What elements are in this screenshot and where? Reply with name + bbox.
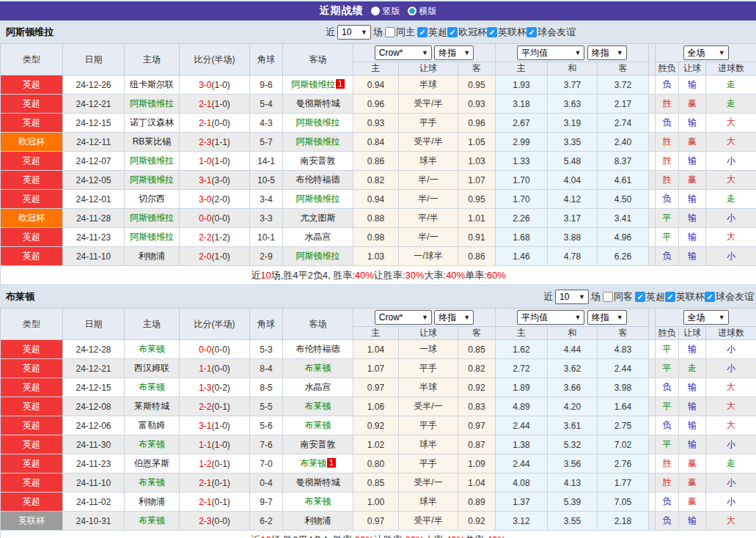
col-header-crown-handicap: 让球 [399,62,458,75]
summary-segment: 30% [405,534,424,538]
crown-away-odds: 0.97 [458,416,496,435]
average-odds-select[interactable]: 平均值▼ [517,310,584,325]
result-goals: 小 [706,209,756,228]
crown-handicap-line: 半/一 [399,228,458,247]
corners-cell: 9-7 [250,493,283,512]
score-cell: 1-3(0-2) [180,378,250,397]
league-checkbox[interactable]: ✓英超 [635,290,665,303]
recent-count-select[interactable]: 10 ▼ [337,25,371,40]
match-scope-select[interactable]: 全场▼ [683,310,729,325]
crown-handicap-line: 受半/一 [399,473,458,493]
bookmaker-select[interactable]: Crow*▼ [375,310,432,325]
team-label: 纽卡斯尔联 [130,79,174,89]
away-team: 阿斯顿维拉 [283,247,353,266]
team-label: 阿斯顿维拉 [130,213,174,223]
match-row: 英超24-12-01切尔西3-0(2-0)3-4阿斯顿维拉0.94半/一0.95… [1,190,756,209]
away-team: 布伦特福德 [283,340,353,359]
crown-home-odds: 0.86 [353,152,399,171]
recent-count-select[interactable]: 10 ▼ [555,290,589,304]
match-row: 英超24-11-23阿斯顿维拉2-2(1-2)10-1水晶宫0.98半/一0.9… [1,228,756,247]
same-venue-checkbox[interactable]: 同客 [603,290,633,303]
avg-away-odds: 3.98 [598,378,649,397]
matches-label: 场 [591,290,601,303]
team-label: 阿斯顿维拉 [296,251,340,261]
home-team: 阿斯顿维拉 [125,171,180,190]
checkbox-icon: ✓ [665,292,675,302]
league-checkbox[interactable]: ✓球会友谊 [705,290,754,303]
crown-away-odds: 0.93 [458,95,496,114]
recent-results-page: 近期战绩 竖版 横版 阿斯顿维拉 近 10 ▼ 场 同主 ✓英超✓欧冠杯✓英联杯… [0,0,756,538]
league-checkbox[interactable]: ✓英超 [417,26,447,39]
halftime-score: (1-0) [212,421,230,431]
chevron-down-icon: ▼ [574,314,581,321]
result-goals: 大 [706,378,756,397]
fulltime-score: 2-1 [199,118,211,128]
fulltime-score: 1-3 [199,383,211,393]
radio-label: 横版 [419,5,437,18]
result-winloss: 胜 [656,95,679,114]
crown-home-odds: 0.92 [353,416,399,435]
home-team: 利物浦 [125,493,180,512]
fulltime-score: 2-3 [199,516,211,526]
handicap-time-select[interactable]: 终指▼ [434,45,474,60]
bookmaker-select[interactable]: Crow*▼ [375,45,432,60]
summary-segment: 20% [355,534,374,538]
match-row: 英超24-12-15诺丁汉森林2-1(0-0)4-3阿斯顿维拉0.93平手0.9… [1,114,756,133]
league-checkbox[interactable]: ✓英联杯 [487,26,526,39]
crown-away-odds: 1.03 [458,152,496,171]
layout-option-horizontal[interactable]: 横版 [408,5,437,18]
summary-segment: 大率: [425,269,447,282]
crown-away-odds: 0.96 [458,114,496,133]
avg-draw-odds: 3.88 [548,228,598,247]
checkbox-label: 欧冠杯 [458,26,487,39]
corners-cell: 7-0 [250,454,283,473]
league-checkbox[interactable]: ✓欧冠杯 [447,26,487,39]
chevron-down-icon: ▼ [719,49,725,56]
avg-home-odds: 1.46 [496,247,548,266]
fulltime-score: 1-2 [199,459,211,469]
odds-time-select[interactable]: 终指▼ [587,310,627,325]
checkbox-label: 英超 [428,26,447,39]
fulltime-score: 3-0 [199,194,211,204]
matches-label: 场 [373,26,383,39]
away-team: 利物浦 [283,512,353,531]
crown-home-odds: 1.07 [353,359,399,378]
away-team: 阿斯顿维拉 [283,190,353,209]
handicap-time-select[interactable]: 终指▼ [434,310,474,325]
crown-away-odds: 0.95 [458,75,496,95]
crown-home-odds: 1.04 [353,340,399,359]
average-odds-select[interactable]: 平均值▼ [517,45,584,60]
col-header-handicap-result: 让球 [679,62,706,75]
match-date: 24-11-10 [63,473,125,493]
team-label: 阿斯顿维拉 [296,136,340,147]
layout-option-vertical[interactable]: 竖版 [371,5,400,18]
crown-handicap-line: 平手 [399,416,458,435]
result-handicap: 赢 [679,95,706,114]
summary-segment: 40% [355,270,374,281]
avg-away-odds: 3.72 [598,75,649,95]
score-cell: 2-1(0-1) [180,473,250,493]
match-scope-select[interactable]: 全场▼ [683,45,729,60]
league-checkbox[interactable]: ✓英联杯 [665,290,705,303]
score-cell: 2-1(0-0) [180,114,250,133]
home-team: 伯恩茅斯 [125,454,180,473]
results-table: 类型 日期 主场 比分(半场) 角球 客场 Crow*▼ 终指▼ 平均值▼ 终指… [0,308,756,538]
avg-draw-odds: 3.55 [548,512,598,531]
corners-cell: 5-6 [250,416,283,435]
summary-segment: 单率: [465,534,487,538]
odds-time-select[interactable]: 终指▼ [587,45,627,60]
crown-away-odds: 1.04 [458,473,496,493]
crown-home-odds: 1.06 [353,397,399,416]
chevron-down-icon: ▼ [422,49,428,56]
chevron-down-icon: ▼ [719,314,725,321]
crown-handicap-line: 平/半 [399,209,458,228]
crown-home-odds: 0.94 [353,75,399,95]
result-winloss: 胜 [656,171,679,190]
result-group-header: 全场▼ [656,44,756,62]
league-badge: 英超 [1,171,63,190]
avg-home-odds: 1.93 [496,75,548,95]
corners-cell: 5-3 [250,340,283,359]
same-venue-checkbox[interactable]: 同主 [385,26,415,39]
avg-home-odds: 1.70 [496,171,548,190]
league-checkbox[interactable]: ✓球会友谊 [526,26,576,39]
